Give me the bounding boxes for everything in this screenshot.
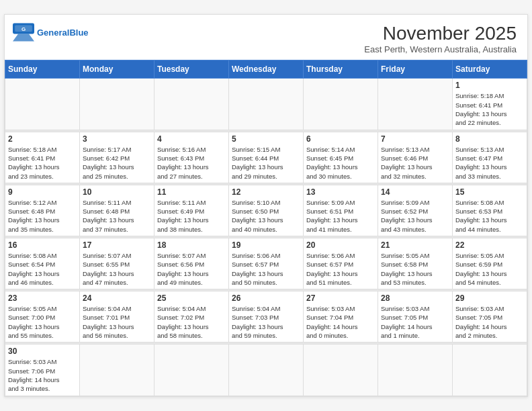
day-number: 19 [232, 240, 300, 250]
svg-text:G: G [21, 27, 26, 33]
day-info: Sunrise: 5:08 AM Sunset: 6:53 PM Dayligh… [455, 198, 524, 234]
calendar-cell: 28Sunrise: 5:03 AM Sunset: 7:05 PM Dayli… [378, 291, 453, 342]
day-info: Sunrise: 5:13 AM Sunset: 6:47 PM Dayligh… [455, 145, 524, 181]
day-number: 20 [306, 240, 375, 250]
day-number: 2 [8, 134, 77, 144]
calendar-cell [378, 345, 453, 396]
day-info: Sunrise: 5:06 AM Sunset: 6:57 PM Dayligh… [306, 251, 375, 287]
day-info: Sunrise: 5:04 AM Sunset: 7:03 PM Dayligh… [232, 304, 300, 340]
calendar-cell: 10Sunrise: 5:11 AM Sunset: 6:48 PM Dayli… [80, 185, 154, 236]
day-info: Sunrise: 5:05 AM Sunset: 6:59 PM Dayligh… [455, 251, 524, 287]
header-saturday: Saturday [453, 60, 527, 79]
subtitle: East Perth, Western Australia, Australia [364, 44, 517, 54]
day-number: 24 [83, 293, 151, 303]
day-info: Sunrise: 5:18 AM Sunset: 6:41 PM Dayligh… [8, 145, 77, 181]
header-thursday: Thursday [304, 60, 378, 79]
calendar-cell: 17Sunrise: 5:07 AM Sunset: 6:55 PM Dayli… [80, 238, 154, 289]
day-number: 5 [232, 134, 300, 144]
calendar-cell [378, 79, 453, 130]
day-info: Sunrise: 5:10 AM Sunset: 6:50 PM Dayligh… [232, 198, 300, 234]
day-number: 12 [232, 187, 300, 197]
day-info: Sunrise: 5:09 AM Sunset: 6:52 PM Dayligh… [381, 198, 449, 234]
day-info: Sunrise: 5:07 AM Sunset: 6:56 PM Dayligh… [157, 251, 226, 287]
calendar-week-row: 9Sunrise: 5:12 AM Sunset: 6:48 PM Daylig… [5, 185, 527, 236]
calendar-cell [304, 79, 378, 130]
calendar-cell [229, 345, 304, 396]
day-info: Sunrise: 5:15 AM Sunset: 6:44 PM Dayligh… [232, 145, 300, 181]
title-area: November 2025 East Perth, Western Austra… [364, 23, 517, 54]
calendar-cell: 9Sunrise: 5:12 AM Sunset: 6:48 PM Daylig… [5, 185, 80, 236]
logo-blue: Blue [69, 28, 88, 38]
day-info: Sunrise: 5:04 AM Sunset: 7:01 PM Dayligh… [83, 304, 151, 340]
day-info: Sunrise: 5:18 AM Sunset: 6:41 PM Dayligh… [455, 91, 524, 127]
day-number: 4 [157, 134, 226, 144]
calendar-cell: 30Sunrise: 5:03 AM Sunset: 7:06 PM Dayli… [5, 345, 80, 396]
calendar-cell: 8Sunrise: 5:13 AM Sunset: 6:47 PM Daylig… [453, 132, 527, 183]
day-number: 30 [8, 347, 77, 356]
calendar-cell: 20Sunrise: 5:06 AM Sunset: 6:57 PM Dayli… [304, 238, 378, 289]
calendar-cell: 23Sunrise: 5:05 AM Sunset: 7:00 PM Dayli… [5, 291, 80, 342]
calendar-cell: 22Sunrise: 5:05 AM Sunset: 6:59 PM Dayli… [453, 238, 527, 289]
header-friday: Friday [378, 60, 453, 79]
calendar-cell [453, 345, 527, 396]
header-wednesday: Wednesday [229, 60, 304, 79]
calendar-week-row: 16Sunrise: 5:08 AM Sunset: 6:54 PM Dayli… [5, 238, 527, 289]
day-info: Sunrise: 5:09 AM Sunset: 6:51 PM Dayligh… [306, 198, 375, 234]
day-number: 9 [8, 187, 77, 197]
month-title: November 2025 [364, 23, 517, 44]
day-info: Sunrise: 5:08 AM Sunset: 6:54 PM Dayligh… [8, 251, 77, 287]
calendar-cell: 11Sunrise: 5:11 AM Sunset: 6:49 PM Dayli… [154, 185, 229, 236]
calendar-week-row: 1Sunrise: 5:18 AM Sunset: 6:41 PM Daylig… [5, 79, 527, 130]
day-number: 13 [306, 187, 375, 197]
day-number: 3 [83, 134, 151, 144]
day-number: 22 [455, 240, 524, 250]
day-info: Sunrise: 5:07 AM Sunset: 6:55 PM Dayligh… [83, 251, 151, 287]
calendar-cell: 3Sunrise: 5:17 AM Sunset: 6:42 PM Daylig… [80, 132, 154, 183]
day-number: 11 [157, 187, 226, 197]
day-info: Sunrise: 5:03 AM Sunset: 7:06 PM Dayligh… [8, 357, 77, 393]
calendar-cell: 7Sunrise: 5:13 AM Sunset: 6:46 PM Daylig… [378, 132, 453, 183]
day-number: 15 [455, 187, 524, 197]
calendar-container: G GeneralBlue November 2025 East Perth, … [4, 14, 528, 396]
day-info: Sunrise: 5:03 AM Sunset: 7:05 PM Dayligh… [455, 304, 524, 340]
day-number: 14 [381, 187, 449, 197]
calendar-cell [80, 345, 154, 396]
day-number: 6 [306, 134, 375, 144]
calendar-cell: 24Sunrise: 5:04 AM Sunset: 7:01 PM Dayli… [80, 291, 154, 342]
day-number: 25 [157, 293, 226, 303]
calendar-cell: 18Sunrise: 5:07 AM Sunset: 6:56 PM Dayli… [154, 238, 229, 289]
logo-text: GeneralBlue [37, 28, 89, 38]
day-info: Sunrise: 5:04 AM Sunset: 7:02 PM Dayligh… [157, 304, 226, 340]
calendar-cell [229, 79, 304, 130]
day-info: Sunrise: 5:13 AM Sunset: 6:46 PM Dayligh… [381, 145, 449, 181]
calendar-cell: 26Sunrise: 5:04 AM Sunset: 7:03 PM Dayli… [229, 291, 304, 342]
calendar-cell [5, 79, 80, 130]
day-info: Sunrise: 5:14 AM Sunset: 6:45 PM Dayligh… [306, 145, 375, 181]
day-number: 28 [381, 293, 449, 303]
header-tuesday: Tuesday [154, 60, 229, 79]
day-number: 27 [306, 293, 375, 303]
day-number: 7 [381, 134, 449, 144]
day-number: 17 [83, 240, 151, 250]
calendar-cell: 13Sunrise: 5:09 AM Sunset: 6:51 PM Dayli… [304, 185, 378, 236]
calendar-cell: 21Sunrise: 5:05 AM Sunset: 6:58 PM Dayli… [378, 238, 453, 289]
calendar-cell: 27Sunrise: 5:03 AM Sunset: 7:04 PM Dayli… [304, 291, 378, 342]
calendar-cell: 4Sunrise: 5:16 AM Sunset: 6:43 PM Daylig… [154, 132, 229, 183]
calendar-cell: 1Sunrise: 5:18 AM Sunset: 6:41 PM Daylig… [453, 79, 527, 130]
calendar-cell: 29Sunrise: 5:03 AM Sunset: 7:05 PM Dayli… [453, 291, 527, 342]
logo: G GeneralBlue [13, 23, 89, 42]
logo-icon: G [13, 23, 34, 42]
calendar-cell: 2Sunrise: 5:18 AM Sunset: 6:41 PM Daylig… [5, 132, 80, 183]
day-number: 18 [157, 240, 226, 250]
day-number: 23 [8, 293, 77, 303]
day-info: Sunrise: 5:17 AM Sunset: 6:42 PM Dayligh… [83, 145, 151, 181]
day-number: 10 [83, 187, 151, 197]
day-number: 8 [455, 134, 524, 144]
day-info: Sunrise: 5:03 AM Sunset: 7:04 PM Dayligh… [306, 304, 375, 340]
day-info: Sunrise: 5:11 AM Sunset: 6:48 PM Dayligh… [83, 198, 151, 234]
day-number: 1 [455, 81, 524, 90]
calendar-cell: 15Sunrise: 5:08 AM Sunset: 6:53 PM Dayli… [453, 185, 527, 236]
day-number: 29 [455, 293, 524, 303]
calendar-grid: Sunday Monday Tuesday Wednesday Thursday… [5, 60, 527, 396]
day-number: 21 [381, 240, 449, 250]
